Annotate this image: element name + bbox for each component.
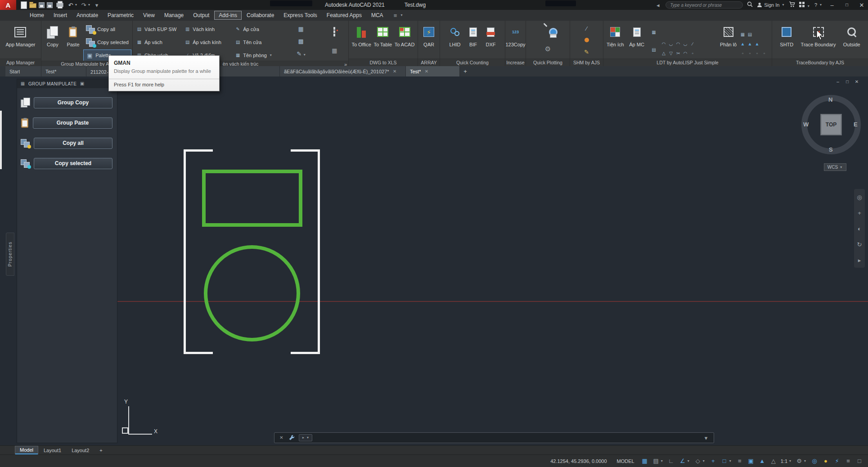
annotation-scale-button[interactable]: 1:1 — [781, 458, 792, 464]
palette-copy-all-button[interactable]: Copy all — [34, 138, 112, 149]
close-command-line-icon[interactable] — [279, 435, 284, 441]
wcs-menu-button[interactable]: WCS — [824, 163, 846, 171]
tab-parametric[interactable]: Parametric — [103, 11, 138, 20]
new-tab-button[interactable]: + — [460, 66, 471, 76]
group-copy-button[interactable]: Copy — [43, 22, 63, 61]
tab-annotate[interactable]: Annotate — [72, 11, 103, 20]
ldt-grid-button[interactable] — [651, 27, 657, 36]
vach-kinh-button[interactable]: Vách kính — [182, 24, 232, 35]
full-navigation-wheel-button[interactable] — [856, 193, 863, 201]
small-tool-button[interactable] — [761, 49, 767, 57]
undo-button[interactable] — [67, 1, 78, 9]
green-circle[interactable] — [206, 247, 298, 340]
tab-home[interactable]: Home — [25, 11, 49, 20]
qat-customize-button[interactable] — [93, 1, 100, 9]
file-tab-201027[interactable]: ãEãFãCáuãlãbãgãvãlãOãìèeü(Æfû-É)_201027* — [280, 66, 406, 76]
snap-mode-button[interactable] — [652, 457, 664, 466]
measure-tool-button[interactable] — [583, 24, 590, 32]
to-acad-button[interactable]: To ACAD — [395, 22, 415, 58]
close-drawing-icon[interactable] — [854, 79, 859, 85]
file-tab-start[interactable]: Start — [5, 66, 41, 76]
green-rectangle[interactable] — [204, 171, 301, 225]
palette-copy-selected-button[interactable]: Copy selected — [34, 158, 112, 169]
copy-selected-button[interactable]: Copy selected — [84, 37, 131, 48]
clean-screen-button[interactable] — [855, 457, 864, 466]
ap-mc-button[interactable]: Áp MC — [627, 22, 647, 58]
trim-tool-button[interactable] — [675, 49, 681, 57]
small-tool-button[interactable] — [740, 49, 746, 57]
panel-overflow-button[interactable]: » — [344, 62, 347, 66]
close-window-button[interactable] — [856, 0, 867, 9]
ap-vach-button[interactable]: Áp vách — [134, 37, 181, 48]
drawing-geometry[interactable] — [0, 76, 868, 445]
orbit-button[interactable] — [856, 240, 863, 248]
arc-tool-button[interactable] — [661, 39, 667, 47]
new-layout-button[interactable]: + — [95, 447, 107, 454]
tab-layout1[interactable]: Layout1 — [39, 447, 66, 454]
tab-collaborate[interactable]: Collaborate — [242, 11, 279, 20]
restore-drawing-icon[interactable] — [845, 79, 850, 85]
help-button[interactable]: ? — [814, 2, 823, 8]
arc-tool-button[interactable] — [683, 39, 688, 47]
ten-phong-button[interactable]: Tên phòng — [233, 50, 277, 61]
small-tool-button[interactable] — [747, 49, 753, 57]
object-snap-tracking-button[interactable] — [709, 457, 717, 466]
triangle-tool-button[interactable] — [661, 49, 667, 57]
to-table-button[interactable]: To Table — [373, 22, 392, 58]
viewcube-north[interactable]: N — [828, 96, 832, 103]
tab-mca[interactable]: MCA — [367, 11, 388, 20]
app-manager-button[interactable]: App Manager — [5, 22, 35, 58]
polar-tracking-button[interactable] — [679, 457, 691, 466]
ap-cua-button[interactable]: Áp cửa — [233, 24, 277, 35]
small-tool-button[interactable] — [754, 49, 760, 57]
customize-wrench-icon[interactable] — [288, 435, 295, 441]
graphics-performance-button[interactable] — [833, 457, 841, 466]
file-tab-test2-active[interactable]: Test* — [406, 66, 460, 76]
parcel-grid-button[interactable] — [740, 30, 746, 38]
close-tab-icon[interactable] — [423, 68, 429, 74]
edit-tool-button[interactable] — [583, 48, 590, 56]
flag-tool-button[interactable] — [740, 39, 746, 47]
close-tab-icon[interactable] — [392, 68, 398, 74]
selection-cycling-button[interactable] — [747, 457, 755, 466]
zoom-button[interactable] — [856, 225, 863, 233]
annotation-autoscale-button[interactable] — [769, 457, 778, 466]
palette-grid-icon[interactable] — [20, 81, 26, 87]
minimize-drawing-icon[interactable] — [835, 79, 841, 85]
save-button[interactable] — [39, 1, 45, 9]
new-file-button[interactable] — [21, 1, 27, 9]
search-button[interactable] — [747, 1, 753, 9]
phan-lo-button[interactable]: Phân lô — [718, 22, 739, 58]
search-input[interactable] — [666, 1, 743, 9]
flag-tool-button[interactable] — [754, 39, 760, 47]
collapse-search-icon[interactable] — [654, 1, 661, 9]
model-space-button[interactable]: MODEL — [614, 457, 638, 465]
grid-mode-button[interactable] — [641, 457, 649, 466]
object-snap-button[interactable] — [720, 457, 733, 466]
arc-tool-button[interactable] — [668, 39, 674, 47]
schedule-table-button[interactable] — [297, 25, 305, 33]
isolate-objects-button[interactable] — [822, 457, 830, 466]
tien-ich-button[interactable]: Tiện ích — [605, 22, 626, 58]
qar-button[interactable]: QAR — [423, 22, 434, 58]
command-history-dropdown-icon[interactable] — [702, 434, 710, 441]
workspace-switching-button[interactable] — [795, 457, 807, 466]
flag-tool-button[interactable] — [747, 39, 753, 47]
shtd-button[interactable]: SHTD — [780, 22, 793, 58]
line-tool-button[interactable] — [690, 39, 696, 47]
redo-button[interactable] — [80, 1, 91, 9]
outside-button[interactable]: Outside — [843, 22, 860, 58]
open-file-button[interactable] — [29, 1, 36, 9]
tab-view[interactable]: View — [139, 11, 159, 20]
sign-in-button[interactable]: Sign In — [757, 2, 785, 8]
palette-group-paste-button[interactable]: Group Paste — [33, 117, 112, 129]
palette-group-copy-button[interactable]: Group Copy — [34, 97, 112, 108]
minimize-window-button[interactable] — [827, 0, 837, 9]
command-line[interactable] — [274, 432, 714, 443]
annotation-monitor-button[interactable] — [810, 457, 819, 466]
plot-button[interactable] — [55, 1, 65, 9]
ribbon-display-toggle[interactable] — [392, 12, 404, 19]
point-tool-button[interactable] — [690, 49, 696, 57]
ten-cua-button[interactable]: Tên cửa — [233, 37, 277, 48]
lineweight-button[interactable] — [736, 457, 744, 466]
